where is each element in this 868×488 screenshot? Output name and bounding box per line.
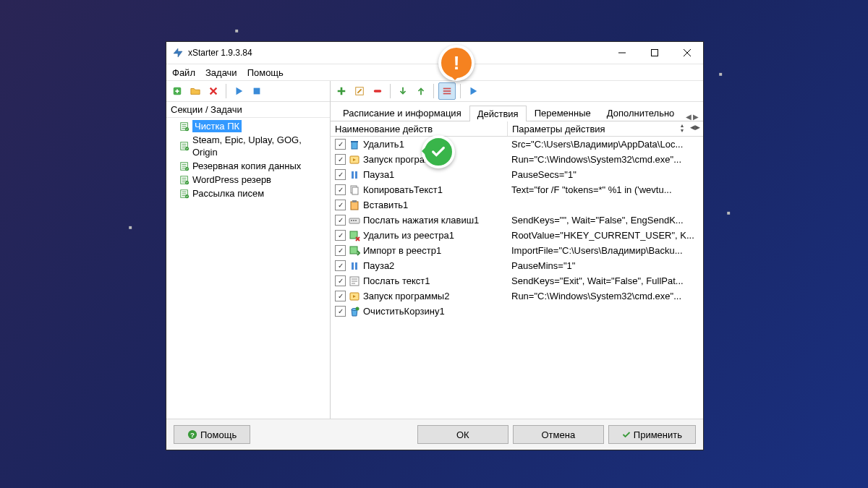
callout-badge-alert: ! [438,45,475,81]
row-checkbox[interactable]: ✓ [335,275,346,286]
svg-rect-5 [254,88,260,95]
col-expand[interactable]: ◀▶ [690,124,700,131]
svg-rect-36 [352,262,354,270]
svg-rect-21 [352,142,357,149]
tab-schedule[interactable]: Расписание и информация [335,105,469,121]
action-params: Run="C:\Windows\System32\cmd.exe"... [507,154,703,165]
task-tree[interactable]: Чистка ПКSteam, Epic, Uplay, GOG, Origin… [166,118,330,419]
action-name: Импорт в реестр1 [363,245,441,256]
tree-item[interactable]: Резервная копия данных [166,159,330,173]
svg-rect-20 [443,93,451,95]
tab-vars[interactable]: Переменные [527,105,599,121]
run-action-icon[interactable] [465,83,481,99]
row-checkbox[interactable]: ✓ [335,139,346,150]
action-row[interactable]: ✓Пауза2PauseMins="1" [331,258,703,273]
svg-rect-1 [651,50,658,56]
add-action-icon[interactable] [333,83,349,99]
maximize-button[interactable] [638,42,671,64]
action-params: RootValue="HKEY_CURRENT_USER", K... [507,230,703,241]
row-checkbox[interactable]: ✓ [335,200,346,210]
action-name: Запуск программы2 [363,291,449,301]
action-row[interactable]: ✓Послать нажатия клавиш1SendKeys="", Wai… [331,213,703,228]
tree-item[interactable]: Steam, Epic, Uplay, GOG, Origin [166,133,330,159]
col-spinner[interactable]: ▲▼ [677,123,687,133]
action-params: PauseMins="1" [507,260,703,271]
delete-icon[interactable] [205,83,221,99]
folder-icon[interactable] [187,83,203,99]
app-window: xStarter 1.9.3.84 Файл Задачи Помощь Сек… [166,41,704,450]
cancel-button[interactable]: Отмена [513,425,604,444]
action-row[interactable]: ✓Вставить1 [331,197,703,213]
action-row[interactable]: ✓Импорт в реестр1ImportFile="C:\Users\Вл… [331,243,703,258]
action-name: Послать текст1 [363,275,430,286]
action-row[interactable]: ✓Удалить из реестра1RootValue="HKEY_CURR… [331,228,703,243]
col-name[interactable]: Наименование действ [331,121,508,136]
menu-file[interactable]: Файл [172,67,195,78]
tree-item[interactable]: Чистка ПК [166,119,330,133]
row-checkbox[interactable]: ✓ [335,260,346,271]
new-task-icon[interactable] [169,83,185,99]
action-row[interactable]: ✓Запуск програмRun="C:\Windows\System32\… [331,152,703,167]
svg-text:?: ? [190,431,195,439]
remove-action-icon[interactable] [370,83,386,99]
window-title: xStarter 1.9.3.84 [188,48,605,58]
action-params: Text="for /F "tokens=*" %1 in ('wevtu... [507,184,703,195]
action-params: Src="C:\Users\Владимир\AppData\Loc... [507,139,703,150]
callout-badge-check [422,135,455,168]
svg-rect-35 [350,247,357,254]
action-row[interactable]: ✓Послать текст1SendKeys="Exit", Wait="Fa… [331,273,703,288]
move-up-icon[interactable] [413,83,429,99]
left-panel: Секции / Задачи Чистка ПКSteam, Epic, Up… [166,81,331,419]
menubar: Файл Задачи Помощь [166,64,703,80]
row-checkbox[interactable]: ✓ [335,291,346,301]
menu-tasks[interactable]: Задачи [205,67,237,78]
row-checkbox[interactable]: ✓ [335,230,346,241]
tab-extra[interactable]: Дополнительно [599,105,683,121]
row-checkbox[interactable]: ✓ [335,184,346,195]
tabs: Расписание и информация Действия Перемен… [331,102,703,121]
action-row[interactable]: ✓Пауза1PauseSecs="1" [331,167,703,182]
svg-rect-29 [352,200,357,202]
action-name: Послать нажатия клавиш1 [363,215,479,226]
svg-rect-18 [443,88,451,90]
action-row[interactable]: ✓ОчиститьКорзину1 [331,304,703,319]
play-icon[interactable] [231,83,247,99]
actions-grid: Наименование действ Параметры действия ▲… [331,121,703,419]
action-name: Пауза2 [363,260,394,271]
menu-help[interactable]: Помощь [247,67,284,78]
action-params: Run="C:\Windows\System32\cmd.exe"... [507,291,703,301]
grid-header: Наименование действ Параметры действия ▲… [331,121,703,137]
svg-rect-31 [351,220,352,221]
tab-scroll[interactable]: ◀▶ [686,113,699,121]
move-down-icon[interactable] [395,83,411,99]
row-checkbox[interactable]: ✓ [335,245,346,256]
ok-button[interactable]: ОК [417,425,509,444]
action-name: Вставить1 [363,200,408,210]
row-checkbox[interactable]: ✓ [335,215,346,226]
row-checkbox[interactable]: ✓ [335,306,346,317]
apply-button[interactable]: Применить [608,425,696,444]
help-button[interactable]: ?Помощь [174,425,250,444]
svg-point-41 [356,307,359,310]
stop-icon[interactable] [249,83,265,99]
svg-rect-28 [351,202,358,210]
col-params[interactable]: Параметры действия [508,121,703,136]
svg-rect-33 [355,220,357,221]
edit-action-icon[interactable] [352,83,367,99]
action-row[interactable]: ✓КопироватьТекст1Text="for /F "tokens=*"… [331,182,703,197]
action-name: КопироватьТекст1 [363,184,443,195]
action-row[interactable]: ✓Запуск программы2Run="C:\Windows\System… [331,288,703,304]
right-panel: Расписание и информация Действия Перемен… [331,81,703,419]
action-row[interactable]: ✓Удалить1Src="C:\Users\Владимир\AppData\… [331,137,703,152]
tab-actions[interactable]: Действия [469,106,527,121]
row-checkbox[interactable]: ✓ [335,154,346,165]
action-name: Удалить1 [363,139,404,150]
minimize-button[interactable] [605,42,638,64]
action-params: ImportFile="C:\Users\Владимир\Backu... [507,245,703,256]
tree-item[interactable]: Рассылка писем [166,187,330,200]
app-icon [172,47,184,59]
action-params: SendKeys="Exit", Wait="False", FullPat..… [507,275,703,286]
tree-item[interactable]: WordPress резерв [166,173,330,187]
row-checkbox[interactable]: ✓ [335,169,346,180]
close-button[interactable] [671,42,703,64]
